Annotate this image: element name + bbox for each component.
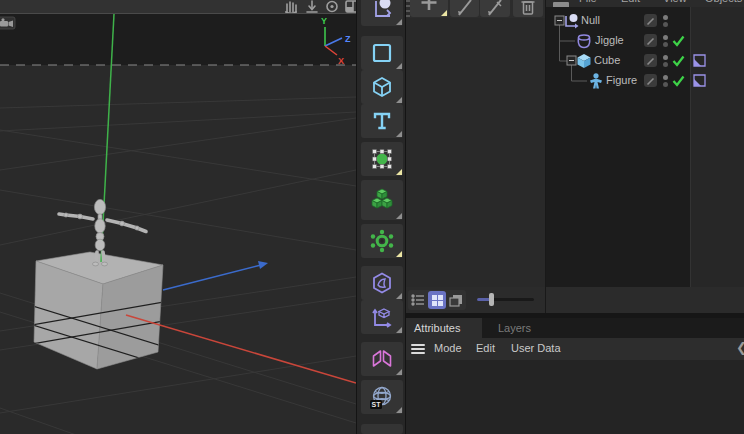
- edit-toggle-icon[interactable]: [644, 34, 657, 47]
- enabled-checkmark-icon[interactable]: [672, 55, 685, 67]
- rectangle-spline-button[interactable]: [361, 36, 403, 70]
- text-icon: [370, 109, 394, 133]
- tab-layers[interactable]: Layers: [490, 318, 539, 338]
- object-label[interactable]: Cube: [594, 54, 620, 66]
- sky: [0, 14, 356, 65]
- ground-plane: [0, 65, 356, 434]
- symmetry-icon: [370, 347, 394, 371]
- object-label[interactable]: Jiggle: [595, 34, 624, 46]
- null-object-icon: [562, 12, 580, 30]
- enabled-checkmark-icon[interactable]: [672, 35, 685, 47]
- figure-object-icon: [587, 72, 605, 90]
- list-view-toggle[interactable]: [409, 291, 427, 309]
- text-object-button[interactable]: [361, 104, 403, 138]
- cloner-icon: [370, 187, 394, 213]
- gizmo-y-label: Y: [321, 16, 327, 26]
- next-palette-button[interactable]: [361, 424, 403, 434]
- grid-view-toggle[interactable]: [428, 291, 446, 309]
- menu-edit[interactable]: Edit: [621, 0, 640, 4]
- jiggle-deformer-icon: [575, 32, 593, 50]
- instance-button[interactable]: [361, 142, 403, 176]
- cube-primitive-icon: [370, 75, 394, 99]
- sky-globe-icon: ST: [369, 384, 395, 410]
- instance-icon: [370, 147, 394, 171]
- object-label[interactable]: Figure: [606, 74, 637, 86]
- slider-knob[interactable]: [489, 293, 494, 306]
- viewport-titlebar[interactable]: [0, 0, 356, 14]
- tab-attributes[interactable]: Attributes: [406, 318, 482, 338]
- menu-file[interactable]: File: [579, 0, 597, 4]
- gizmo-x-label: X: [338, 56, 344, 66]
- menu-mode[interactable]: Mode: [434, 342, 462, 354]
- panel-divider: [545, 0, 546, 313]
- volume-hexagon-icon: [370, 271, 394, 295]
- object-row-jiggle[interactable]: Jiggle: [406, 31, 744, 51]
- tag-flag-icon[interactable]: [693, 54, 706, 68]
- object-manager: File Edit View Objects: [406, 0, 744, 313]
- object-label[interactable]: Null: [581, 14, 600, 26]
- gizmo-z-label: Z: [345, 34, 351, 44]
- axis-cube-icon: [370, 305, 394, 329]
- object-row-figure[interactable]: Figure: [406, 71, 744, 91]
- attribute-manager-menubar: Mode Edit User Data ❮: [406, 338, 744, 360]
- sky-globe-button[interactable]: ST: [361, 380, 403, 414]
- layer-view-toggle[interactable]: [447, 291, 465, 309]
- cube-primitive-button[interactable]: [361, 70, 403, 104]
- axis-cube-button[interactable]: [361, 300, 403, 334]
- create-palette: ST: [356, 0, 406, 434]
- null-object-icon: [369, 0, 395, 21]
- edit-toggle-icon[interactable]: [644, 74, 657, 87]
- icon-size-slider[interactable]: [477, 298, 534, 301]
- cloner-button[interactable]: [361, 180, 403, 220]
- menu-objects[interactable]: Objects: [705, 0, 742, 4]
- edit-toggle-icon[interactable]: [644, 54, 657, 67]
- orbit-camera-icon[interactable]: [323, 0, 341, 13]
- collapse-chevron-icon[interactable]: ❮: [736, 340, 744, 355]
- hamburger-menu-icon[interactable]: [411, 344, 425, 354]
- rectangle-spline-icon: [370, 41, 394, 65]
- cube-object-icon: [575, 52, 593, 70]
- dolly-zoom-icon[interactable]: [303, 0, 321, 13]
- edit-toggle-icon[interactable]: [644, 14, 657, 27]
- object-row-cube[interactable]: Cube: [406, 51, 744, 71]
- cinema4d-window: Y Z X: [0, 0, 744, 434]
- volume-button[interactable]: [361, 266, 403, 300]
- menu-user-data[interactable]: User Data: [511, 342, 561, 354]
- attribute-manager-content: [406, 360, 744, 434]
- enabled-checkmark-icon[interactable]: [672, 75, 685, 87]
- gear-effector-icon: [369, 228, 395, 254]
- menu-view[interactable]: View: [663, 0, 687, 4]
- pan-hand-icon[interactable]: [282, 0, 300, 13]
- tag-flag-icon[interactable]: [693, 74, 706, 88]
- viewport-canvas[interactable]: Y Z X: [0, 14, 356, 434]
- object-manager-menubar: File Edit View Objects: [545, 0, 744, 7]
- viewport-panel[interactable]: Y Z X: [0, 0, 356, 434]
- object-row-null[interactable]: Null: [406, 11, 744, 31]
- st-badge: ST: [372, 401, 382, 408]
- view-mode-toggles: [408, 290, 466, 310]
- attribute-manager-tabs: Attributes Layers: [406, 318, 744, 338]
- null-object-button[interactable]: [361, 0, 403, 26]
- menu-edit[interactable]: Edit: [476, 342, 495, 354]
- gear-effector-button[interactable]: [361, 224, 403, 258]
- symmetry-button[interactable]: [361, 342, 403, 376]
- object-manager-footer: [406, 287, 744, 313]
- camera-hud-icon[interactable]: [0, 17, 15, 29]
